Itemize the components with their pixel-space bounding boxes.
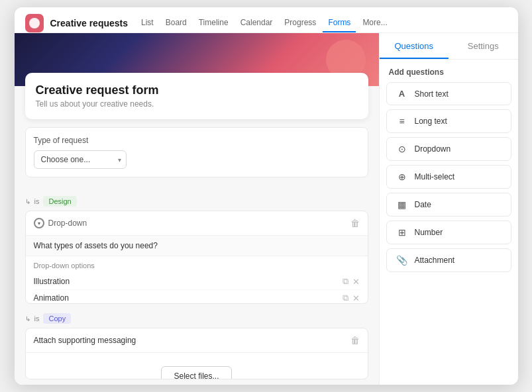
attach-question-label: Attach supporting messaging [34,336,136,345]
option-row: Illustration ⧉ ✕ [34,273,360,290]
qt-dropdown[interactable]: ⊙ Dropdown [386,137,511,161]
dropdown-icon: ⊙ [396,144,408,154]
right-panel: Questions Settings Add questions A Short… [379,33,518,385]
date-icon: ▦ [396,199,408,210]
panel-tab-settings[interactable]: Settings [449,33,518,59]
panel-tab-questions[interactable]: Questions [380,33,449,59]
dropdown-question-input[interactable] [26,236,368,256]
qt-long-text[interactable]: ≡ Long text [386,109,511,133]
option-text-illustration: Illustration [34,277,70,286]
number-icon: ⊞ [396,227,408,238]
option-actions: ⧉ ✕ [343,276,360,287]
form-body: Type of request Choose one... ▾ [15,119,379,192]
app-title: Creative requests [50,18,129,28]
delete-attach-question-icon[interactable]: 🗑 [350,335,360,346]
tab-board[interactable]: Board [160,14,192,32]
app-icon [25,14,44,32]
delete-option-icon[interactable]: ✕ [352,293,360,303]
qt-multi-select[interactable]: ⊕ Multi-select [386,165,511,189]
qt-date[interactable]: ▦ Date [386,193,511,217]
form-area: Creative request form Tell us about your… [15,33,379,385]
delete-option-icon[interactable]: ✕ [352,277,360,287]
nav-tabs: List Board Timeline Calendar Progress Fo… [136,14,393,32]
conditional-design-row: ↳ is Design [25,196,368,207]
qt-short-text-label: Short text [415,89,449,99]
type-of-request-select-wrap: Choose one... ▾ [34,150,127,169]
conditional-arrow-icon: ↳ [25,198,30,205]
titlebar: Creative requests List Board Timeline Ca… [15,7,518,33]
conditional-arrow-icon: ↳ [25,315,30,322]
tab-list[interactable]: List [136,14,159,32]
dropdown-options-section: Drop-down options Illustration ⧉ ✕ Anima… [26,256,368,304]
option-text-animation: Animation [34,293,69,303]
dropdown-question-header: ▾ Drop-down 🗑 [26,211,368,236]
qt-number-label: Number [415,228,443,237]
copy-option-icon[interactable]: ⧉ [343,293,348,303]
panel-tabs: Questions Settings [380,33,518,60]
app-window: Creative requests List Board Timeline Ca… [15,7,518,385]
attach-question-block: Attach supporting messaging 🗑 Select fil… [25,328,368,379]
tab-timeline[interactable]: Timeline [193,14,234,32]
tab-more[interactable]: More... [357,14,392,32]
conditional-copy-row: ↳ is Copy [25,313,368,324]
attach-body: Select files... [26,353,368,379]
option-actions: ⧉ ✕ [343,293,360,303]
dropdown-question-block: ▾ Drop-down 🗑 Drop-down options Illustra… [25,211,368,304]
copy-option-icon[interactable]: ⧉ [343,276,348,287]
tab-forms[interactable]: Forms [323,14,356,32]
main-content: Creative request form Tell us about your… [15,33,518,385]
form-subtitle: Tell us about your creative needs. [36,99,358,109]
dropdown-type-label: ▾ Drop-down [34,218,87,228]
qt-attachment-label: Attachment [415,256,455,265]
conditional-is-label: is [34,197,40,205]
type-of-request-field: Type of request Choose one... ▾ [25,127,368,177]
qt-short-text[interactable]: A Short text [386,82,511,105]
tab-calendar[interactable]: Calendar [235,14,278,32]
form-title: Creative request form [36,83,358,97]
option-row: Animation ⧉ ✕ [34,290,360,304]
tab-progress[interactable]: Progress [279,14,321,32]
multi-select-icon: ⊕ [396,172,408,182]
qt-multi-select-label: Multi-select [415,172,455,181]
copy-condition-tag: Copy [43,313,71,324]
qt-attachment[interactable]: 📎 Attachment [386,248,511,272]
select-files-button[interactable]: Select files... [161,366,231,379]
form-card: Creative request form Tell us about your… [25,73,368,119]
conditional-is-label-copy: is [34,315,40,322]
attachment-icon: 📎 [396,255,408,266]
add-questions-label: Add questions [380,60,518,82]
qt-dropdown-label: Dropdown [415,144,451,154]
qt-date-label: Date [415,200,431,209]
options-section-label: Drop-down options [34,262,360,270]
type-of-request-select[interactable]: Choose one... [34,150,127,169]
qt-number[interactable]: ⊞ Number [386,220,511,244]
attach-question-header: Attach supporting messaging 🗑 [26,328,368,353]
design-condition-tag: Design [43,196,76,207]
short-text-icon: A [396,89,408,99]
long-text-icon: ≡ [396,116,408,126]
type-of-request-label: Type of request [34,136,360,145]
delete-dropdown-question-icon[interactable]: 🗑 [350,218,360,228]
qt-long-text-label: Long text [415,117,447,126]
dropdown-type-icon: ▾ [34,218,44,228]
dropdown-type-text: Drop-down [48,219,87,228]
